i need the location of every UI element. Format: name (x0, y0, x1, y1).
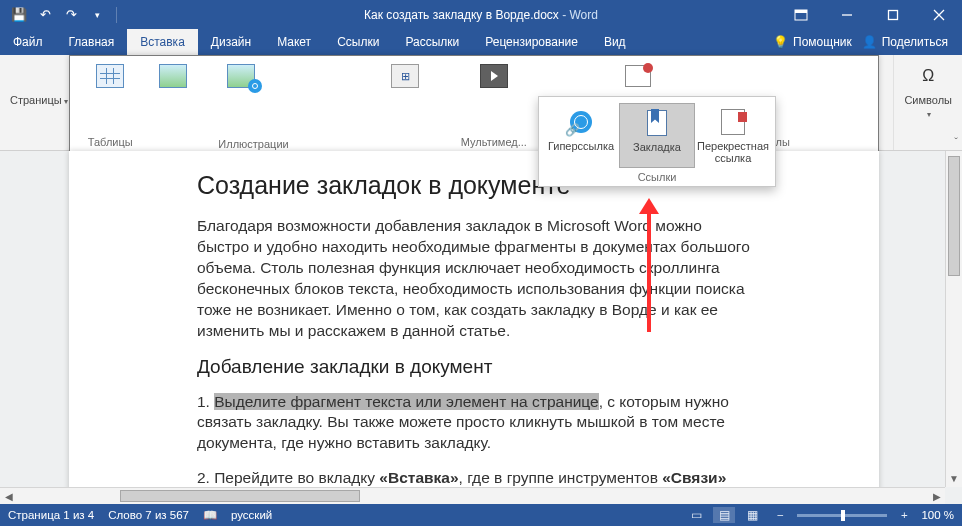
status-bar: Страница 1 из 4 Слово 7 из 567 📖 русский… (0, 504, 962, 526)
links-gallery: 🔗 Гиперссылка Закладка Перекрестная ссыл… (538, 96, 776, 187)
window-title: Как создать закладку в Ворде.docx - Word (364, 8, 598, 22)
selected-text: Выделите фрагмент текста или элемент на … (214, 393, 598, 410)
links-gallery-label: Ссылки (543, 168, 771, 184)
group-pages: Страницы (0, 55, 79, 150)
document-page[interactable]: Создание закладок в документе Благодаря … (69, 151, 879, 526)
document-name: Как создать закладку в Ворде.docx (364, 8, 559, 22)
minimize-icon[interactable] (824, 0, 870, 29)
ribbon-display-options-icon[interactable] (778, 0, 824, 29)
ribbon-tabs: Файл Главная Вставка Дизайн Макет Ссылки… (0, 29, 962, 55)
addins-icon: ⊞ (391, 64, 419, 88)
comment-icon (625, 65, 651, 87)
group-text-label (839, 136, 887, 150)
tell-me-search[interactable]: 💡 Помощник (773, 35, 852, 49)
bookmark-icon (647, 110, 667, 136)
annotation-arrow (647, 212, 651, 332)
tab-mailings[interactable]: Рассылки (392, 29, 472, 55)
tab-design[interactable]: Дизайн (198, 29, 264, 55)
close-icon[interactable] (916, 0, 962, 29)
maximize-icon[interactable] (870, 0, 916, 29)
tab-home[interactable]: Главная (56, 29, 128, 55)
tab-view[interactable]: Вид (591, 29, 639, 55)
scroll-left-icon[interactable]: ◀ (0, 488, 17, 504)
qat-separator (116, 7, 117, 23)
omega-icon: Ω (917, 65, 939, 87)
symbols-label: Символы (904, 94, 952, 106)
zoom-level[interactable]: 100 % (921, 509, 954, 521)
app-name: Word (569, 8, 597, 22)
bookmark-label: Закладка (633, 141, 681, 153)
crossref-button[interactable]: Перекрестная ссылка (695, 103, 771, 168)
doc-paragraph-1: Благодаря возможности добавления закладо… (197, 216, 751, 342)
title-bar: 💾 ↶ ↷ ▾ Как создать закладку в Ворде.doc… (0, 0, 962, 29)
doc-list-item-1: 1. Выделите фрагмент текста или элемент … (197, 392, 751, 455)
status-word-count[interactable]: Слово 7 из 567 (108, 509, 189, 521)
svg-rect-3 (889, 10, 898, 19)
group-symbols-label (900, 136, 956, 150)
qat-customize-icon[interactable]: ▾ (86, 4, 108, 26)
zoom-out-icon[interactable]: − (769, 507, 791, 523)
group-illustrations-label: Иллюстрации (149, 138, 358, 152)
zoom-slider-thumb[interactable] (841, 510, 845, 521)
title-separator: - (559, 8, 570, 22)
ribbon: Страницы Таблица Таблицы Рисунки Изображ… (0, 55, 962, 151)
print-layout-icon[interactable]: ▤ (713, 507, 735, 523)
horizontal-scrollbar[interactable]: ◀ ▶ (0, 487, 945, 504)
collapse-ribbon-icon[interactable]: ˇ (954, 136, 958, 148)
symbols-button[interactable]: Ω Символы (900, 58, 956, 119)
horizontal-scroll-thumb[interactable] (120, 490, 360, 502)
redo-icon[interactable]: ↷ (60, 4, 82, 26)
pages-button[interactable]: Страницы (6, 58, 72, 107)
status-spellcheck-icon[interactable]: 📖 (203, 508, 217, 522)
tab-layout[interactable]: Макет (264, 29, 324, 55)
pictures-icon (159, 64, 187, 88)
lightbulb-icon: 💡 (773, 35, 788, 49)
pages-label: Страницы (10, 94, 62, 106)
group-symbols: Ω Символы (894, 55, 962, 150)
svg-rect-1 (795, 10, 807, 13)
tab-insert[interactable]: Вставка (127, 29, 198, 55)
hyperlink-button[interactable]: 🔗 Гиперссылка (543, 103, 619, 168)
group-addins-label (371, 136, 439, 150)
crossref-icon (721, 109, 745, 135)
zoom-slider[interactable] (797, 514, 887, 517)
bookmark-button[interactable]: Закладка (619, 103, 695, 168)
web-layout-icon[interactable]: ▦ (741, 507, 763, 523)
doc-heading-2: Добавление закладки в документ (197, 356, 751, 378)
status-page[interactable]: Страница 1 из 4 (8, 509, 94, 521)
vertical-scroll-thumb[interactable] (948, 156, 960, 276)
crossref-label: Перекрестная ссылка (697, 140, 769, 164)
online-pictures-icon (227, 64, 255, 88)
group-tables-label: Таблицы (85, 136, 136, 150)
share-icon: 👤 (862, 35, 877, 49)
share-button[interactable]: 👤 Поделиться (862, 35, 948, 49)
status-language[interactable]: русский (231, 509, 272, 521)
video-icon (480, 64, 508, 88)
save-icon[interactable]: 💾 (8, 4, 30, 26)
undo-icon[interactable]: ↶ (34, 4, 56, 26)
scroll-right-icon[interactable]: ▶ (928, 488, 945, 504)
window-controls (778, 0, 962, 29)
table-icon (96, 64, 124, 88)
read-mode-icon[interactable]: ▭ (685, 507, 707, 523)
hyperlink-icon: 🔗 (570, 111, 592, 133)
tab-file[interactable]: Файл (0, 29, 56, 55)
quick-access-toolbar: 💾 ↶ ↷ ▾ (0, 0, 121, 29)
vertical-scrollbar[interactable]: ▲ ▼ (945, 151, 962, 487)
tab-references[interactable]: Ссылки (324, 29, 392, 55)
group-pages-label (6, 136, 72, 150)
document-workspace: Создание закладок в документе Благодаря … (0, 151, 962, 504)
share-label: Поделиться (882, 35, 948, 49)
tell-me-label: Помощник (793, 35, 852, 49)
tab-review[interactable]: Рецензирование (472, 29, 591, 55)
zoom-in-icon[interactable]: + (893, 507, 915, 523)
hyperlink-label: Гиперссылка (548, 140, 614, 152)
group-media-label: Мультимед... (453, 136, 535, 150)
scroll-down-icon[interactable]: ▼ (946, 470, 962, 487)
